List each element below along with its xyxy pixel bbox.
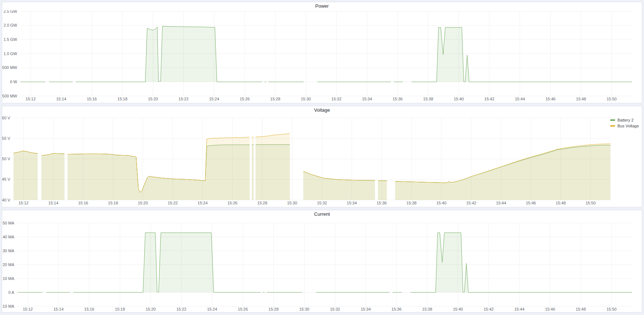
panel-title-current[interactable]: Current [314,210,330,218]
svg-text:20 MA: 20 MA [3,262,14,267]
dashboard: Power 15:1215:1415:1615:1815:2015:2215:2… [0,0,644,315]
svg-text:15:40: 15:40 [453,307,463,311]
panel-header-current[interactable]: Current [2,210,642,218]
svg-text:15:36: 15:36 [393,97,403,101]
svg-text:15:42: 15:42 [484,307,494,311]
svg-text:15:44: 15:44 [496,201,506,205]
svg-text:15:46: 15:46 [546,97,556,101]
voltage-chart-svg: 15:1215:1415:1615:1815:2015:2215:2415:26… [2,114,642,207]
svg-text:15:14: 15:14 [48,201,59,205]
svg-text:50 V: 50 V [2,157,11,161]
power-chart-canvas[interactable]: 15:1215:1415:1615:1815:2015:2215:2415:26… [2,10,642,103]
svg-text:0 W: 0 W [10,80,17,84]
svg-text:15:26: 15:26 [227,201,238,205]
svg-text:15:18: 15:18 [108,201,118,205]
svg-text:10 MA: 10 MA [3,276,14,281]
svg-text:2.0 GW: 2.0 GW [4,23,17,27]
svg-text:15:20: 15:20 [138,201,148,205]
svg-text:15:22: 15:22 [168,201,178,205]
svg-text:15:12: 15:12 [23,307,33,311]
legend-item-battery-2[interactable]: Battery 2 [610,117,639,123]
svg-text:0 A: 0 A [8,290,15,295]
svg-text:15:16: 15:16 [84,307,94,311]
svg-text:30 MA: 30 MA [3,249,14,253]
panel-voltage: Voltage Battery 2 Bus Voltage 15:1215:14… [2,106,642,207]
svg-text:15:44: 15:44 [515,97,525,101]
voltage-chart-canvas[interactable]: 15:1215:1415:1615:1815:2015:2215:2415:26… [2,114,642,207]
svg-text:15:42: 15:42 [484,97,495,101]
panel-header-voltage[interactable]: Voltage [2,106,642,114]
current-chart-svg: 15:1215:1415:1615:1815:2015:2215:2415:26… [2,218,642,312]
panel-power: Power 15:1215:1415:1615:1815:2015:2215:2… [2,2,642,103]
svg-text:15:14: 15:14 [56,97,66,101]
svg-text:15:22: 15:22 [179,97,189,101]
svg-text:15:48: 15:48 [576,307,586,311]
svg-text:15:36: 15:36 [391,307,402,311]
svg-text:15:30: 15:30 [299,307,309,311]
panel-title-power[interactable]: Power [315,2,329,10]
svg-text:15:30: 15:30 [287,201,297,205]
svg-text:15:28: 15:28 [257,201,268,205]
svg-text:15:14: 15:14 [54,307,64,311]
svg-text:15:36: 15:36 [376,201,387,205]
svg-text:15:50: 15:50 [586,201,596,205]
svg-text:60 V: 60 V [2,116,11,120]
svg-text:15:38: 15:38 [422,307,432,311]
svg-text:2.5 GW: 2.5 GW [4,10,17,14]
svg-text:15:16: 15:16 [87,97,97,101]
svg-text:15:42: 15:42 [466,201,476,205]
svg-text:40 V: 40 V [2,198,11,202]
svg-text:1.5 GW: 1.5 GW [4,37,17,42]
svg-text:15:20: 15:20 [148,97,158,101]
series-swatch-bus-voltage [610,125,615,127]
svg-text:15:24: 15:24 [207,307,217,311]
svg-text:15:46: 15:46 [545,307,555,311]
svg-text:15:28: 15:28 [269,307,279,311]
svg-text:-10 MA: -10 MA [2,304,15,308]
voltage-legend: Battery 2 Bus Voltage [610,117,639,129]
svg-text:40 MA: 40 MA [3,235,14,239]
svg-text:15:26: 15:26 [238,307,248,311]
series-swatch-battery-2 [610,119,615,121]
svg-text:15:50: 15:50 [606,307,617,311]
panel-header-power[interactable]: Power [2,2,642,10]
svg-text:15:12: 15:12 [26,97,36,101]
svg-text:15:34: 15:34 [361,307,371,311]
svg-text:15:20: 15:20 [146,307,156,311]
svg-text:55 V: 55 V [2,136,11,141]
legend-label-bus-voltage: Bus Voltage [617,124,639,128]
svg-text:15:32: 15:32 [331,97,341,101]
svg-text:15:24: 15:24 [209,97,219,101]
svg-text:15:28: 15:28 [270,97,281,101]
svg-text:15:18: 15:18 [115,307,125,311]
current-chart-canvas[interactable]: 15:1215:1415:1615:1815:2015:2215:2415:26… [2,218,642,312]
svg-text:1.0 GW: 1.0 GW [4,51,17,56]
svg-text:15:16: 15:16 [78,201,88,205]
svg-text:500 MW: 500 MW [2,65,17,70]
svg-text:15:40: 15:40 [436,201,446,205]
svg-text:15:34: 15:34 [362,97,372,101]
svg-text:15:38: 15:38 [406,201,417,205]
legend-item-bus-voltage[interactable]: Bus Voltage [610,123,639,129]
svg-text:15:32: 15:32 [317,201,327,205]
svg-text:15:46: 15:46 [526,201,536,205]
svg-text:45 V: 45 V [2,177,11,181]
svg-text:15:50: 15:50 [606,97,617,101]
svg-text:15:18: 15:18 [117,97,128,101]
svg-text:15:32: 15:32 [330,307,340,311]
svg-text:50 MA: 50 MA [3,221,14,225]
svg-text:15:34: 15:34 [347,201,357,205]
svg-text:15:44: 15:44 [514,307,524,311]
svg-text:15:48: 15:48 [556,201,566,205]
svg-text:15:38: 15:38 [423,97,433,101]
svg-text:-500 MW: -500 MW [2,94,17,98]
svg-text:15:24: 15:24 [198,201,208,205]
power-chart-svg: 15:1215:1415:1615:1815:2015:2215:2415:26… [2,10,642,103]
panel-current: Current 15:1215:1415:1615:1815:2015:2215… [2,210,642,312]
svg-text:15:12: 15:12 [19,201,29,205]
panel-title-voltage[interactable]: Voltage [314,106,330,114]
svg-text:15:40: 15:40 [454,97,464,101]
svg-text:15:26: 15:26 [240,97,250,101]
legend-label-battery-2: Battery 2 [617,118,633,122]
svg-text:15:30: 15:30 [301,97,311,101]
